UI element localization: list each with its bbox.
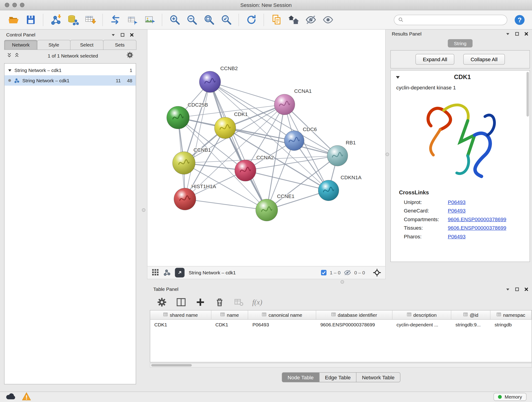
export-image-button[interactable] (142, 12, 157, 28)
crosslink-value[interactable]: P06493 (448, 208, 466, 214)
edge-HIST1H1A-CCNE1[interactable] (185, 199, 267, 210)
open-in-browser-button[interactable] (175, 268, 185, 278)
crosslink-value[interactable]: P06493 (448, 199, 466, 205)
hide-selected-button[interactable] (303, 12, 319, 28)
show-all-button[interactable] (320, 12, 336, 28)
column-header-canonical-name[interactable]: canonical name (248, 311, 316, 319)
panel-close-icon[interactable] (524, 32, 529, 36)
network-collection-row[interactable]: String Network – cdk1 1 (5, 65, 136, 75)
cloud-button[interactable] (6, 393, 16, 402)
fit-content-crosshair-icon[interactable] (373, 269, 381, 277)
splitter-handle[interactable] (386, 153, 389, 156)
zoom-out-button[interactable] (184, 12, 200, 28)
edge-CCNB2-CCNA1[interactable] (210, 82, 285, 104)
crosslink-value[interactable]: 9606.ENSP00000378699 (448, 225, 506, 231)
table-horizontal-scrollbar[interactable] (150, 363, 532, 368)
clear-table-icon-disabled (233, 296, 245, 308)
splitter-handle[interactable] (142, 208, 146, 212)
network-row-selected[interactable]: String Network – cdk1 11 48 (5, 75, 136, 86)
warnings-button[interactable] (22, 392, 31, 402)
tab-network-table[interactable]: Network Table (356, 372, 400, 383)
delete-column-trash-icon[interactable] (214, 296, 225, 308)
expand-all-icon[interactable] (14, 53, 19, 59)
network-canvas[interactable]: CCNB2CCNA1CDC25BCDK1CDC6RB1CCNB1CCNA2CDK… (147, 30, 385, 266)
tab-string[interactable]: String (448, 39, 473, 47)
node-label-HIST1H1A: HIST1H1A (191, 184, 216, 189)
zoom-fit-button[interactable] (201, 12, 217, 28)
import-network-database-button[interactable] (65, 12, 81, 28)
zoom-fit-icon (203, 14, 215, 26)
panel-float-icon[interactable] (515, 32, 519, 36)
zoom-selected-button[interactable] (218, 12, 234, 28)
import-network-button[interactable] (48, 12, 64, 28)
open-session-button[interactable] (6, 12, 21, 28)
save-session-button[interactable] (23, 12, 38, 28)
results-scrollbar[interactable] (526, 72, 529, 117)
table-cell[interactable]: P06493 (248, 322, 316, 327)
birds-eye-view-icon[interactable] (152, 268, 159, 277)
add-column-icon[interactable] (195, 296, 206, 308)
hidden-eye-slash-icon[interactable] (344, 269, 351, 276)
tab-network[interactable]: Network (4, 40, 38, 50)
panel-collapse-icon[interactable] (506, 287, 510, 292)
table-cell[interactable]: CDK1 (150, 322, 211, 327)
column-header-description[interactable]: description (393, 311, 452, 319)
panel-close-icon[interactable] (524, 287, 529, 292)
function-builder-button[interactable]: f(x) (252, 298, 262, 307)
export-table-button[interactable] (124, 12, 140, 28)
tab-select[interactable]: Select (70, 40, 104, 50)
disclosure-triangle-icon[interactable] (396, 75, 400, 80)
disclosure-triangle-icon[interactable] (8, 68, 12, 72)
memory-button[interactable]: Memory (494, 393, 526, 401)
edge-CDK1-RB1[interactable] (225, 128, 338, 156)
graph-icon[interactable] (163, 268, 171, 277)
table-row[interactable]: CDK1CDK1P064939606.ENSP00000378699cyclin… (150, 320, 532, 329)
selected-checkbox-icon[interactable] (321, 269, 327, 276)
refresh-button[interactable] (243, 12, 259, 28)
column-header-name[interactable]: name (211, 311, 248, 319)
help-icon: ? (514, 14, 526, 26)
new-network-button[interactable] (107, 12, 123, 28)
network-view-title: String Network – cdk1 (189, 270, 236, 275)
panel-collapse-icon[interactable] (111, 32, 116, 37)
collapse-all-button[interactable]: Collapse All (463, 54, 505, 65)
table-cell[interactable]: stringdb (491, 322, 532, 327)
table-cell[interactable]: 9606.ENSP00000378699 (316, 322, 392, 327)
tab-sets[interactable]: Sets (103, 40, 137, 50)
results-panel-title: Results Panel (392, 31, 422, 36)
crosslink-value[interactable]: 9606.ENSP00000378699 (448, 216, 506, 222)
panel-float-icon[interactable] (515, 287, 519, 292)
edge-CCNB2-HIST1H1A[interactable] (185, 82, 210, 199)
panel-float-icon[interactable] (120, 32, 125, 37)
tab-style[interactable]: Style (37, 40, 70, 50)
panel-close-icon[interactable] (130, 32, 134, 37)
copy-document-button[interactable] (268, 12, 284, 28)
network-options-gear-icon[interactable] (127, 51, 133, 60)
import-table-button[interactable] (82, 12, 98, 28)
edge-CCNA2-CDKN1A[interactable] (245, 171, 329, 191)
expand-all-button[interactable]: Expand All (416, 54, 454, 65)
search-input[interactable] (406, 17, 503, 23)
crosslink-value[interactable]: P06493 (448, 234, 466, 240)
column-header-database-identifier[interactable]: database identifier (316, 311, 392, 319)
splitter-handle[interactable] (341, 280, 344, 284)
tab-edge-table[interactable]: Edge Table (319, 372, 356, 383)
table-cell[interactable]: CDK1 (211, 322, 248, 327)
table-cell[interactable]: cyclin-dependent ... (393, 322, 452, 327)
column-header--id[interactable]: @id (451, 311, 491, 319)
tab-node-table[interactable]: Node Table (282, 372, 319, 383)
gene-header[interactable]: CDK1 (391, 70, 530, 84)
column-header-shared-name[interactable]: shared name (150, 311, 211, 319)
zoom-in-button[interactable] (167, 12, 183, 28)
network-list-toolbar: 1 of 1 Network selected (3, 50, 138, 62)
help-button[interactable]: ? (513, 13, 526, 27)
panel-collapse-icon[interactable] (506, 32, 510, 36)
table-cell[interactable]: stringdb:9... (451, 322, 491, 327)
column-header-namespac[interactable]: namespac (491, 311, 532, 319)
scrollbar-thumb[interactable] (151, 364, 192, 367)
home-button[interactable] (286, 12, 302, 28)
show-columns-icon[interactable] (175, 296, 187, 308)
collapse-all-icon[interactable] (7, 53, 12, 59)
edge-CCNB2-CCNE1[interactable] (210, 82, 267, 210)
table-options-gear-icon[interactable] (156, 296, 168, 308)
